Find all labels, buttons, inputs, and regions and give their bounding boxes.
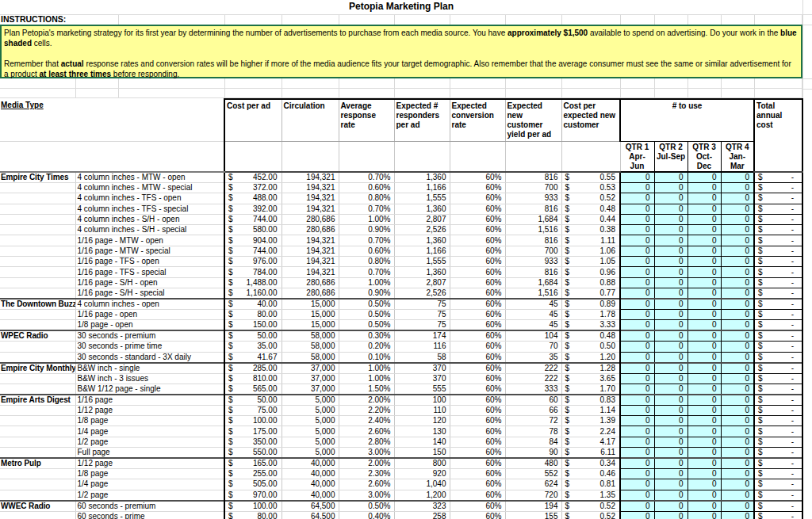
qtr3-input-cell[interactable]: 0 bbox=[688, 437, 721, 447]
qtr1-input-cell[interactable]: 0 bbox=[620, 204, 654, 214]
qtr3-input-cell[interactable]: 0 bbox=[688, 448, 721, 459]
qtr3-input-cell[interactable]: 0 bbox=[688, 183, 721, 193]
qtr1-input-cell[interactable]: 0 bbox=[620, 299, 654, 310]
qtr3-input-cell[interactable]: 0 bbox=[688, 511, 721, 519]
qtr4-input-cell[interactable]: 0 bbox=[721, 384, 754, 395]
qtr3-input-cell[interactable]: 0 bbox=[688, 225, 721, 235]
qtr2-input-cell[interactable]: 0 bbox=[654, 309, 688, 319]
qtr2-input-cell[interactable]: 0 bbox=[654, 342, 688, 352]
qtr2-input-cell[interactable]: 0 bbox=[654, 416, 688, 426]
qtr2-input-cell[interactable]: 0 bbox=[654, 246, 688, 256]
qtr2-input-cell[interactable]: 0 bbox=[654, 448, 688, 459]
qtr4-input-cell[interactable]: 0 bbox=[721, 458, 754, 469]
qtr1-input-cell[interactable]: 0 bbox=[620, 246, 654, 256]
qtr1-input-cell[interactable]: 0 bbox=[620, 405, 654, 415]
qtr1-input-cell[interactable]: 0 bbox=[620, 426, 654, 437]
qtr4-input-cell[interactable]: 0 bbox=[721, 225, 754, 235]
qtr4-input-cell[interactable]: 0 bbox=[721, 448, 754, 459]
qtr4-input-cell[interactable]: 0 bbox=[721, 193, 754, 204]
qtr4-input-cell[interactable]: 0 bbox=[721, 479, 754, 490]
qtr1-input-cell[interactable]: 0 bbox=[620, 395, 654, 406]
qtr4-input-cell[interactable]: 0 bbox=[721, 469, 754, 479]
qtr1-input-cell[interactable]: 0 bbox=[620, 277, 654, 288]
qtr1-input-cell[interactable]: 0 bbox=[620, 458, 654, 469]
qtr4-input-cell[interactable]: 0 bbox=[721, 288, 754, 299]
qtr2-input-cell[interactable]: 0 bbox=[654, 490, 688, 501]
qtr3-input-cell[interactable]: 0 bbox=[688, 405, 721, 415]
qtr3-input-cell[interactable]: 0 bbox=[688, 246, 721, 256]
qtr4-input-cell[interactable]: 0 bbox=[721, 373, 754, 384]
qtr3-input-cell[interactable]: 0 bbox=[688, 214, 721, 224]
qtr4-input-cell[interactable]: 0 bbox=[721, 363, 754, 374]
qtr2-input-cell[interactable]: 0 bbox=[654, 299, 688, 310]
qtr3-input-cell[interactable]: 0 bbox=[688, 490, 721, 501]
qtr1-input-cell[interactable]: 0 bbox=[620, 490, 654, 501]
qtr4-input-cell[interactable]: 0 bbox=[721, 277, 754, 288]
qtr2-input-cell[interactable]: 0 bbox=[654, 172, 688, 183]
qtr3-input-cell[interactable]: 0 bbox=[688, 458, 721, 469]
qtr2-input-cell[interactable]: 0 bbox=[654, 214, 688, 224]
qtr4-input-cell[interactable]: 0 bbox=[721, 299, 754, 310]
qtr2-input-cell[interactable]: 0 bbox=[654, 511, 688, 519]
qtr1-input-cell[interactable]: 0 bbox=[620, 352, 654, 363]
qtr1-input-cell[interactable]: 0 bbox=[620, 235, 654, 246]
qtr4-input-cell[interactable]: 0 bbox=[721, 309, 754, 319]
qtr4-input-cell[interactable]: 0 bbox=[721, 183, 754, 193]
qtr4-input-cell[interactable]: 0 bbox=[721, 437, 754, 447]
qtr1-input-cell[interactable]: 0 bbox=[620, 172, 654, 183]
qtr3-input-cell[interactable]: 0 bbox=[688, 479, 721, 490]
qtr2-input-cell[interactable]: 0 bbox=[654, 363, 688, 374]
qtr1-input-cell[interactable]: 0 bbox=[620, 479, 654, 490]
qtr2-input-cell[interactable]: 0 bbox=[654, 373, 688, 384]
qtr3-input-cell[interactable]: 0 bbox=[688, 373, 721, 384]
qtr2-input-cell[interactable]: 0 bbox=[654, 267, 688, 277]
qtr1-input-cell[interactable]: 0 bbox=[620, 330, 654, 342]
qtr3-input-cell[interactable]: 0 bbox=[688, 501, 721, 512]
qtr4-input-cell[interactable]: 0 bbox=[721, 257, 754, 267]
qtr3-input-cell[interactable]: 0 bbox=[688, 330, 721, 342]
qtr2-input-cell[interactable]: 0 bbox=[654, 225, 688, 235]
qtr1-input-cell[interactable]: 0 bbox=[620, 501, 654, 512]
qtr4-input-cell[interactable]: 0 bbox=[721, 214, 754, 224]
qtr2-input-cell[interactable]: 0 bbox=[654, 479, 688, 490]
qtr1-input-cell[interactable]: 0 bbox=[620, 183, 654, 193]
qtr1-input-cell[interactable]: 0 bbox=[620, 288, 654, 299]
qtr1-input-cell[interactable]: 0 bbox=[620, 214, 654, 224]
qtr2-input-cell[interactable]: 0 bbox=[654, 395, 688, 406]
qtr1-input-cell[interactable]: 0 bbox=[620, 363, 654, 374]
qtr1-input-cell[interactable]: 0 bbox=[620, 416, 654, 426]
qtr4-input-cell[interactable]: 0 bbox=[721, 405, 754, 415]
qtr2-input-cell[interactable]: 0 bbox=[654, 384, 688, 395]
qtr2-input-cell[interactable]: 0 bbox=[654, 204, 688, 214]
qtr4-input-cell[interactable]: 0 bbox=[721, 172, 754, 183]
qtr4-input-cell[interactable]: 0 bbox=[721, 501, 754, 512]
qtr2-input-cell[interactable]: 0 bbox=[654, 183, 688, 193]
qtr4-input-cell[interactable]: 0 bbox=[721, 426, 754, 437]
qtr4-input-cell[interactable]: 0 bbox=[721, 246, 754, 256]
qtr1-input-cell[interactable]: 0 bbox=[620, 225, 654, 235]
qtr3-input-cell[interactable]: 0 bbox=[688, 193, 721, 204]
qtr4-input-cell[interactable]: 0 bbox=[721, 352, 754, 363]
qtr2-input-cell[interactable]: 0 bbox=[654, 235, 688, 246]
qtr3-input-cell[interactable]: 0 bbox=[688, 267, 721, 277]
qtr4-input-cell[interactable]: 0 bbox=[721, 395, 754, 406]
qtr3-input-cell[interactable]: 0 bbox=[688, 257, 721, 267]
qtr3-input-cell[interactable]: 0 bbox=[688, 320, 721, 331]
qtr3-input-cell[interactable]: 0 bbox=[688, 395, 721, 406]
qtr1-input-cell[interactable]: 0 bbox=[620, 437, 654, 447]
qtr3-input-cell[interactable]: 0 bbox=[688, 469, 721, 479]
qtr3-input-cell[interactable]: 0 bbox=[688, 416, 721, 426]
qtr2-input-cell[interactable]: 0 bbox=[654, 277, 688, 288]
qtr3-input-cell[interactable]: 0 bbox=[688, 309, 721, 319]
qtr2-input-cell[interactable]: 0 bbox=[654, 469, 688, 479]
qtr1-input-cell[interactable]: 0 bbox=[620, 448, 654, 459]
qtr1-input-cell[interactable]: 0 bbox=[620, 511, 654, 519]
qtr2-input-cell[interactable]: 0 bbox=[654, 257, 688, 267]
qtr1-input-cell[interactable]: 0 bbox=[620, 373, 654, 384]
qtr1-input-cell[interactable]: 0 bbox=[620, 257, 654, 267]
qtr1-input-cell[interactable]: 0 bbox=[620, 267, 654, 277]
qtr2-input-cell[interactable]: 0 bbox=[654, 330, 688, 342]
qtr4-input-cell[interactable]: 0 bbox=[721, 416, 754, 426]
qtr3-input-cell[interactable]: 0 bbox=[688, 384, 721, 395]
qtr2-input-cell[interactable]: 0 bbox=[654, 288, 688, 299]
